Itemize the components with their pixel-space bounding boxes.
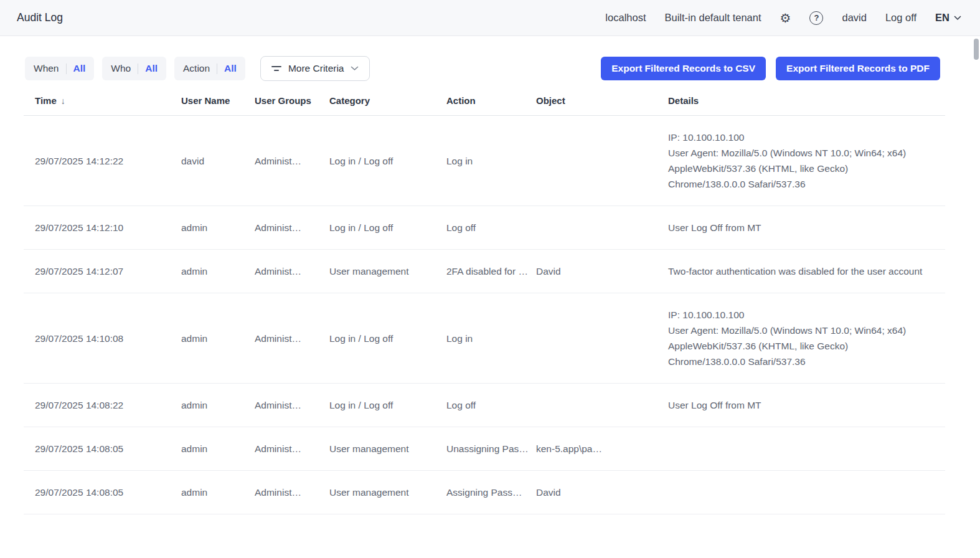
column-header-user-groups[interactable]: User Groups: [251, 87, 326, 116]
cell-user-groups: Administ…: [251, 116, 326, 206]
table-row[interactable]: 29/07/2025 14:08:22adminAdminist…Log in …: [24, 384, 945, 427]
chip-divider: [217, 64, 217, 74]
cell-action: Log in: [443, 116, 532, 206]
cell-object: [532, 206, 664, 250]
cell-action: Log off: [443, 384, 532, 427]
cell-object: David: [532, 250, 664, 293]
log-off-button[interactable]: Log off: [885, 12, 916, 24]
table-header-row: Time↓ User Name User Groups Category Act…: [24, 87, 945, 116]
table-row[interactable]: 29/07/2025 14:08:05adminAdminist…User ma…: [24, 427, 945, 471]
chip-divider: [138, 64, 138, 74]
topbar-right: localhost Built-in default tenant ⚙ ? da…: [605, 11, 961, 25]
cell-category: Log in / Log off: [326, 206, 443, 250]
cell-time: 29/07/2025 14:10:08: [24, 293, 177, 384]
column-header-time[interactable]: Time↓: [24, 87, 177, 116]
export-csv-button[interactable]: Export Filtered Records to CSV: [601, 57, 766, 80]
cell-user-groups: Administ…: [251, 250, 326, 293]
export-buttons: Export Filtered Records to CSV Export Fi…: [601, 57, 940, 80]
column-header-action[interactable]: Action: [443, 87, 532, 116]
filter-chip-who[interactable]: Who All: [102, 57, 166, 80]
cell-user-name: admin: [177, 384, 251, 427]
settings-gear-icon[interactable]: ⚙: [780, 12, 791, 24]
chevron-down-icon: [351, 66, 359, 71]
column-header-details[interactable]: Details: [664, 87, 945, 116]
chevron-down-icon: [954, 16, 961, 21]
cell-category: Log in / Log off: [326, 384, 443, 427]
cell-details: [664, 471, 945, 514]
cell-time: 29/07/2025 14:12:07: [24, 250, 177, 293]
cell-object: David: [532, 471, 664, 514]
cell-action: Assigning Pass…: [443, 471, 532, 514]
filter-lines-icon: [271, 66, 281, 71]
cell-category: User management: [326, 250, 443, 293]
more-criteria-label: More Criteria: [288, 63, 344, 74]
table-row[interactable]: 29/07/2025 14:12:22davidAdminist…Log in …: [24, 116, 945, 206]
sort-descending-icon[interactable]: ↓: [61, 96, 65, 106]
cell-user-name: admin: [177, 427, 251, 471]
column-header-user-name[interactable]: User Name: [177, 87, 251, 116]
cell-user-groups: Administ…: [251, 384, 326, 427]
cell-user-name: admin: [177, 250, 251, 293]
filter-action-label: Action: [183, 63, 210, 74]
current-user[interactable]: david: [842, 12, 866, 24]
tenant-name[interactable]: Built-in default tenant: [664, 12, 761, 24]
audit-log-table-wrap: Time↓ User Name User Groups Category Act…: [24, 87, 945, 514]
cell-action: 2FA disabled for …: [443, 250, 532, 293]
cell-action: Unassigning Pas…: [443, 427, 532, 471]
filter-chip-action[interactable]: Action All: [174, 57, 245, 80]
cell-object: ken-5.app\pa…: [532, 427, 664, 471]
cell-user-groups: Administ…: [251, 293, 326, 384]
filter-action-value[interactable]: All: [224, 63, 237, 74]
filter-who-label: Who: [111, 63, 131, 74]
cell-user-groups: Administ…: [251, 206, 326, 250]
cell-action: Log in: [443, 293, 532, 384]
topbar: Audit Log localhost Built-in default ten…: [0, 0, 980, 36]
cell-user-name: admin: [177, 471, 251, 514]
table-row[interactable]: 29/07/2025 14:12:07adminAdminist…User ma…: [24, 250, 945, 293]
cell-object: [532, 116, 664, 206]
cell-user-groups: Administ…: [251, 471, 326, 514]
column-header-object[interactable]: Object: [532, 87, 664, 116]
cell-category: Log in / Log off: [326, 116, 443, 206]
cell-details: User Log Off from MT: [664, 206, 945, 250]
cell-time: 29/07/2025 14:08:05: [24, 427, 177, 471]
cell-user-name: admin: [177, 206, 251, 250]
cell-time: 29/07/2025 14:12:22: [24, 116, 177, 206]
cell-time: 29/07/2025 14:12:10: [24, 206, 177, 250]
audit-log-table: Time↓ User Name User Groups Category Act…: [24, 87, 945, 514]
vertical-scrollbar-thumb[interactable]: [974, 39, 979, 60]
cell-category: User management: [326, 471, 443, 514]
cell-category: Log in / Log off: [326, 293, 443, 384]
help-icon[interactable]: ?: [809, 11, 823, 25]
cell-object: [532, 384, 664, 427]
cell-details: IP: 10.100.10.100 User Agent: Mozilla/5.…: [664, 116, 945, 206]
language-label: EN: [935, 12, 949, 24]
cell-time: 29/07/2025 14:08:05: [24, 471, 177, 514]
cell-details: Two-factor authentication was disabled f…: [664, 250, 945, 293]
filter-bar: When All Who All Action All More Criteri…: [25, 56, 940, 81]
table-row[interactable]: 29/07/2025 14:12:10adminAdminist…Log in …: [24, 206, 945, 250]
filter-who-value[interactable]: All: [145, 63, 158, 74]
table-row[interactable]: 29/07/2025 14:10:08adminAdminist…Log in …: [24, 293, 945, 384]
cell-details: IP: 10.100.10.100 User Agent: Mozilla/5.…: [664, 293, 945, 384]
host-name[interactable]: localhost: [605, 12, 646, 24]
cell-details: [664, 427, 945, 471]
cell-category: User management: [326, 427, 443, 471]
chip-divider: [66, 64, 67, 74]
cell-object: [532, 293, 664, 384]
more-criteria-button[interactable]: More Criteria: [260, 56, 370, 81]
filter-chip-when[interactable]: When All: [25, 57, 94, 80]
page-title: Audit Log: [17, 11, 63, 24]
cell-details: User Log Off from MT: [664, 384, 945, 427]
filter-when-label: When: [34, 63, 59, 74]
filter-chips: When All Who All Action All More Criteri…: [25, 56, 370, 81]
cell-time: 29/07/2025 14:08:22: [24, 384, 177, 427]
column-header-category[interactable]: Category: [326, 87, 443, 116]
cell-user-name: david: [177, 116, 251, 206]
cell-action: Log off: [443, 206, 532, 250]
table-row[interactable]: 29/07/2025 14:08:05adminAdminist…User ma…: [24, 471, 945, 514]
filter-when-value[interactable]: All: [73, 63, 86, 74]
cell-user-name: admin: [177, 293, 251, 384]
export-pdf-button[interactable]: Export Filtered Records to PDF: [776, 57, 940, 80]
language-selector[interactable]: EN: [935, 12, 961, 24]
